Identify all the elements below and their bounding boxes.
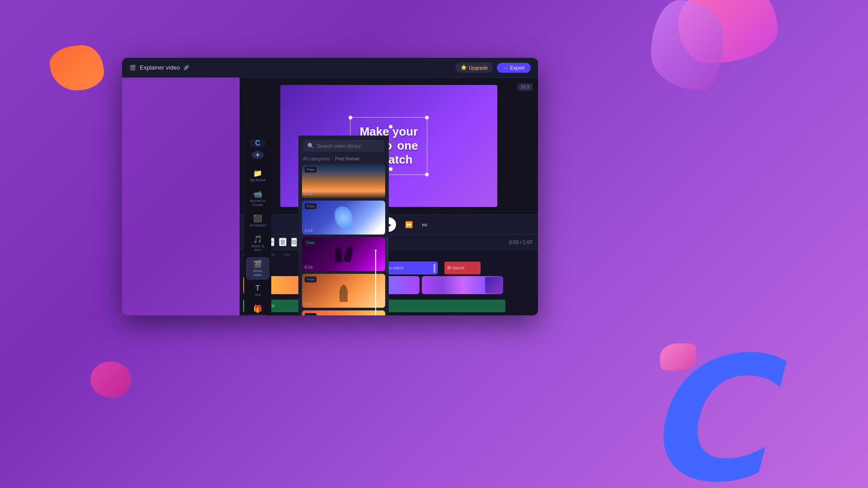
bg-decoration-1 [678,0,778,63]
scroll-indicator [387,236,388,272]
header-actions: ⭐ Upgrade → Export [455,62,531,73]
app-logo: C [250,139,266,147]
duration-4: 0:14 [305,301,313,306]
sidebar-item-text[interactable]: T Text [246,282,269,300]
breadcrumb-root[interactable]: All categories [303,156,330,161]
sidebar-item-my-media[interactable]: 📁 My Media [246,166,269,185]
handle-tr [425,116,429,119]
skip-to-end-button[interactable]: ⏭ [422,221,428,228]
sidebar: C + 📁 My Media 📹 Record &Create ⬛ Templa… [244,136,271,315]
project-name: Explainer video [140,64,180,71]
stencil-icon: 🖼 [447,266,451,270]
free-badge-2: Free [305,203,316,209]
export-button[interactable]: → Export [497,63,531,73]
playback-bar: ⏮ ⏪ ▶ ⏩ ⏭ [240,214,538,234]
canvas-area: 16:9 Make your video one to watch [240,78,538,214]
fast-forward-button[interactable]: ⏩ [405,221,413,228]
search-input[interactable] [317,143,380,149]
breadcrumb-current: Free forever [335,156,359,161]
bg-pink-shape [660,343,696,371]
track-row-music: 🎵 Music track [243,299,534,313]
logo-letter: C [255,139,260,147]
editor-window: 🎬 Explainer video 🔗 ⭐ Upgrade → Export C… [122,58,538,315]
record-icon: 📹 [253,190,262,198]
bg-decoration-4 [90,361,131,398]
sidebar-item-record-create[interactable]: 📹 Record &Create [246,187,269,210]
record-label: Record &Create [250,199,265,207]
sidebar-item-stock-video[interactable]: 🎬 Stockvideo [246,257,269,280]
main-content: 16:9 Make your video one to watch [240,78,538,315]
upgrade-button[interactable]: ⭐ Upgrade [455,62,493,73]
video-clip-2[interactable] [422,276,503,294]
search-container: 🔍 [298,136,389,155]
total-time: 1:07 [523,239,533,245]
free-badge-4: Free [305,277,316,282]
video-thumb-1[interactable]: Free 0:14 [302,164,385,198]
timeline-content: 0s 5s 10s 15s 20s 25s 30s [240,250,538,315]
breadcrumb: All categories › Free forever [298,155,389,164]
text-label: Text [255,293,261,297]
music-label: Music & SFX [248,244,268,253]
aspect-ratio-badge: 16:9 [518,82,533,90]
text-icon: T [255,284,260,292]
free-badge-1: Free [305,167,316,173]
timeline-ruler: 0s 5s 10s 15s 20s 25s 30s [240,250,538,259]
timeline-area: ↩ ↪ ✂ 🗑 ⧉ ❐ 0:03 / 1:07 0s [240,234,538,315]
duration-3: 0:14 [305,265,313,269]
track-row-video [243,277,534,297]
video-thumb-3[interactable]: Free 0:14 [302,237,385,271]
timeline-tracks: T Make your video one to watch 🖼 Stencil [240,259,538,315]
sidebar-item-templates[interactable]: ⬛ Templates [246,211,269,230]
video-thumb-5[interactable]: Free [302,310,385,315]
delete-button[interactable]: 🗑 [279,238,287,246]
graphics-label: Graphics &elements [249,314,267,315]
stock-video-label: Stockvideo [253,269,262,277]
add-button[interactable]: + [251,151,264,159]
playhead[interactable] [375,250,376,315]
my-media-icon: 📁 [253,169,262,178]
free-badge-5: Free [305,313,316,315]
bg-decoration-3 [50,45,104,90]
duration-1: 0:14 [305,192,313,196]
copy-button[interactable]: ⧉ [291,238,297,247]
stock-video-icon: 🎬 [253,260,262,268]
sidebar-item-music-sfx[interactable]: 🎵 Music & SFX [246,232,269,255]
handle-br [425,173,429,176]
stencil-label: Stencil [452,266,464,270]
bg-decoration-2 [651,0,723,90]
my-media-label: My Media [250,178,266,183]
music-icon: 🎵 [253,235,262,244]
current-time: 0:03 [509,239,519,245]
search-box: 🔍 [303,140,384,152]
templates-icon: ⬛ [253,214,262,223]
handle-tl [349,116,352,119]
timeline-toolbar: ↩ ↪ ✂ 🗑 ⧉ ❐ 0:03 / 1:07 [240,235,538,250]
timeline-time: 0:03 / 1:07 [509,239,533,245]
search-icon: 🔍 [307,143,314,149]
headline-line2: one [397,139,418,152]
video-thumb-preview-2 [485,277,501,293]
project-icon: 🎬 [129,65,136,71]
project-lock-icon: 🔗 [184,65,189,70]
header-bar: 🎬 Explainer video 🔗 ⭐ Upgrade → Export [122,58,538,78]
video-thumb-4[interactable]: Free 0:14 [302,274,385,308]
project-name-container: 🎬 Explainer video 🔗 [129,64,189,71]
free-badge-3: Free [305,240,316,246]
arrow-icon: → [503,65,508,70]
clip-handle-right[interactable] [434,264,435,273]
graphics-icon: 🎁 [253,305,262,313]
track-row-text: T Make your video one to watch 🖼 Stencil [243,261,534,275]
templates-label: Templates [250,224,266,228]
star-icon: ⭐ [461,65,467,70]
editor-body: C + 📁 My Media 📹 Record &Create ⬛ Templa… [122,78,538,315]
breadcrumb-separator: › [332,156,333,161]
stencil-clip[interactable]: 🖼 Stencil [444,262,481,274]
duration-2: 0:14 [305,228,313,233]
sidebar-item-graphics[interactable]: 🎁 Graphics &elements [246,302,269,315]
video-thumb-2[interactable]: Free 0:14 [302,201,385,235]
